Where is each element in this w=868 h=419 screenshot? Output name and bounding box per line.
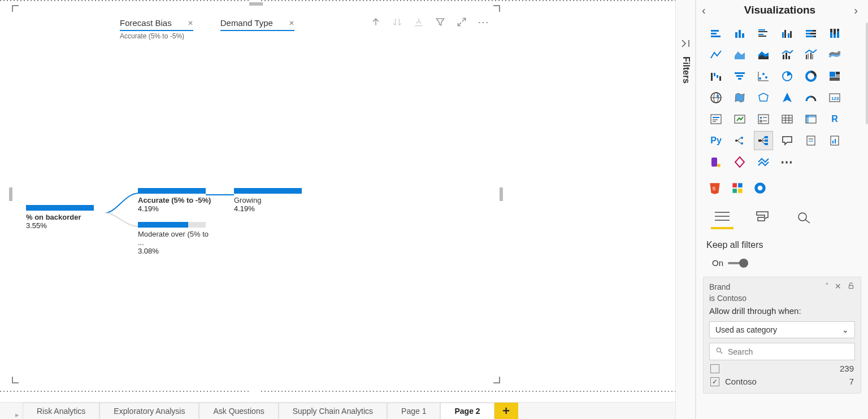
keep-filters-toggle[interactable]: On [696,250,868,277]
viz-paginated-icon[interactable] [825,131,844,150]
page-tab[interactable]: Ask Questions [199,403,278,419]
resize-handle-tl[interactable] [12,5,19,12]
custom-visual-circle-icon[interactable] [752,180,769,197]
scroll-pages-left-icon[interactable]: ▸ [11,411,23,419]
viz-map-icon[interactable] [706,88,726,107]
page-tab[interactable]: Page 1 [387,403,440,419]
viz-filled-map-icon[interactable] [730,88,749,107]
viz-line-stacked-column-icon[interactable] [778,45,797,64]
viz-python-icon[interactable]: Py [706,131,726,150]
filter-icon[interactable] [434,16,446,28]
remove-level-icon[interactable]: ✕ [289,19,294,27]
resize-handle-top[interactable] [249,2,263,6]
svg-rect-26 [783,55,784,59]
custom-visual-html-icon[interactable]: 5 [706,180,723,197]
viz-100-stacked-column-icon[interactable] [825,24,844,43]
drill-up-icon[interactable] [370,16,382,28]
viz-custom2-icon[interactable] [754,152,773,172]
viz-scatter-icon[interactable] [754,67,773,86]
expand-pane-icon[interactable]: › [850,4,861,17]
format-tab-icon[interactable] [752,207,774,226]
viz-powerautomate-icon[interactable] [730,152,749,172]
search-input[interactable] [728,347,849,356]
viz-kpi-icon[interactable] [730,110,749,129]
viz-key-influencers-icon[interactable] [730,131,749,150]
focus-mode-icon[interactable] [455,16,468,28]
checkbox-checked-icon[interactable]: ✓ [710,377,719,386]
expand-filters-icon[interactable] [680,38,691,51]
search-icon [715,347,723,356]
analytics-tab-icon[interactable] [792,207,815,226]
resize-handle-bl[interactable] [12,377,19,383]
viz-stacked-area-icon[interactable] [754,45,773,64]
viz-shape-map-icon[interactable] [754,88,773,107]
viz-line-icon[interactable] [706,45,726,64]
viz-area-icon[interactable] [730,45,749,64]
tree-root-node[interactable]: % on backorder 3.55% [26,205,105,230]
page-tab[interactable]: Supply Chain Analytics [279,403,387,419]
filters-pane-collapsed[interactable]: Filters [675,0,696,419]
level-chip-demand-type[interactable]: Demand Type ✕ [220,18,294,40]
filter-field-name: Brand [709,282,730,291]
ruler-bottom [0,391,675,392]
page-tab[interactable]: Risk Analytics [23,403,99,419]
viz-multirow-card-icon[interactable] [706,110,726,129]
viz-gauge-icon[interactable] [801,88,821,107]
remove-card-icon[interactable]: ✕ [835,282,841,291]
page-tab[interactable]: Exploratory Analysis [99,403,199,419]
viz-clustered-bar-icon[interactable] [754,24,773,43]
viz-stacked-column-icon[interactable] [730,24,749,43]
viz-more-icon[interactable]: ⋯ [778,152,797,172]
resize-handle-br[interactable] [493,377,500,383]
tree-node-moderate-over[interactable]: Moderate over (5% to ... 3.08% [138,222,211,255]
node-value: 4.19% [234,204,307,213]
viz-treemap-icon[interactable] [825,67,844,86]
viz-decomposition-tree-icon[interactable] [754,131,773,150]
viz-donut-icon[interactable] [801,67,821,86]
viz-r-icon[interactable]: R [825,110,844,129]
filter-mode-dropdown[interactable]: Used as category ⌄ [709,321,855,338]
remove-level-icon[interactable]: ✕ [188,19,193,27]
viz-card-icon[interactable]: 123 [825,88,844,107]
collapse-card-icon[interactable]: ˄ [825,282,829,291]
viz-qa-icon[interactable] [778,131,797,150]
filter-search[interactable] [709,343,855,360]
fields-tab-icon[interactable] [711,207,734,226]
page-tab-active[interactable]: Page 2 [440,403,494,419]
viz-powerapps-icon[interactable] [706,152,726,172]
drill-down-icon[interactable] [391,16,403,28]
viz-stacked-bar-icon[interactable] [706,24,726,43]
viz-slicer-icon[interactable] [754,110,773,129]
viz-pie-icon[interactable] [778,67,797,86]
level-chip-forecast-bias[interactable]: Forecast Bias ✕ Accurate (5% to -5%) [120,18,193,40]
lock-icon[interactable] [847,282,855,291]
keep-filters-label: Keep all filters [696,226,868,250]
viz-funnel-icon[interactable] [730,67,749,86]
filter-value-row[interactable]: 239 [709,360,855,373]
svg-rect-17 [810,33,816,34]
resize-handle-left[interactable] [9,187,12,201]
add-page-button[interactable]: + [494,403,518,419]
viz-line-clustered-column-icon[interactable] [801,45,821,64]
filter-value-row[interactable]: ✓Contoso 7 [709,373,855,386]
viz-azure-map-icon[interactable] [778,88,797,107]
resize-handle-tr[interactable] [493,5,500,12]
viz-waterfall-icon[interactable] [706,67,726,86]
viz-ribbon-icon[interactable] [825,45,844,64]
custom-visual-grid-icon[interactable] [729,180,746,197]
viz-matrix-icon[interactable] [801,110,821,129]
viz-narrative-icon[interactable] [801,131,821,150]
scrollbar[interactable] [866,23,868,124]
tree-node-growing[interactable]: Growing 4.19% [234,188,307,213]
more-options-icon[interactable]: ⋯ [477,16,489,28]
decomposition-tree-visual[interactable]: Forecast Bias ✕ Accurate (5% to -5%) Dem… [12,6,500,383]
collapse-pane-icon[interactable]: ‹ [698,4,709,17]
tree-node-accurate[interactable]: Accurate (5% to -5%) 4.19% [138,188,211,213]
svg-rect-67 [782,115,792,123]
viz-clustered-column-icon[interactable] [778,24,797,43]
expand-level-icon[interactable] [413,16,425,28]
viz-table-icon[interactable] [778,110,797,129]
checkbox-icon[interactable] [710,364,719,373]
viz-100-stacked-bar-icon[interactable] [801,24,821,43]
resize-handle-right[interactable] [500,187,503,201]
